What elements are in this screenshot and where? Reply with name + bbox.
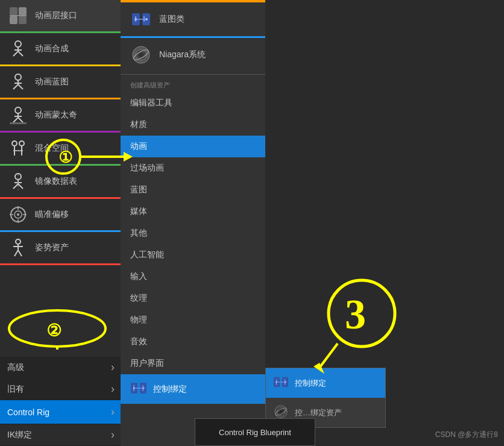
sub-control-bind-icon [273,374,289,392]
menu-label-ui: 用户界面 [130,358,164,368]
svg-point-22 [19,141,24,146]
watermark-text: CSDN @多方通行8 [435,430,498,439]
sidebar: 动画层接口 动画合成 动画蓝图 [0,0,121,446]
sidebar-label-anim-large: 动画蒙太奇 [35,110,77,121]
menu-label-ai: 人工智能 [130,250,164,259]
menu-column: 蓝图类 Niagara系统 创建高级资产 编辑器工具 材质 [121,0,265,446]
sidebar-label-advanced: 高级 [7,362,24,373]
menu-item-cutscene[interactable]: 过场动画 [121,157,265,179]
sidebar-label-mirror-data: 镜像数据表 [35,176,77,187]
svg-line-42 [14,250,18,256]
menu-item-niagara[interactable]: Niagara系统 [121,38,265,72]
sidebar-item-mirror-data[interactable]: 镜像数据表 [0,166,121,199]
menu-item-physics[interactable]: 物理 [121,309,265,331]
sidebar-label-aim-offset: 瞄准偏移 [35,209,69,220]
pose-asset-icon [7,237,29,259]
mix-space-icon [7,137,29,159]
svg-point-53 [139,52,143,57]
sidebar-item-anim-compose[interactable]: 动画合成 [0,33,121,66]
mirror-data-icon [7,171,29,192]
sidebar-label-ik: IK绑定 [7,430,32,441]
sidebar-item-control-rig[interactable]: Control Rig [0,400,121,424]
anim-large-icon [7,104,29,126]
svg-point-39 [16,239,20,244]
menu-item-texture[interactable]: 纹理 [121,287,265,309]
svg-rect-3 [19,16,27,24]
tooltip-text: Control Rig Blueprint [219,428,291,437]
svg-point-71 [279,410,283,413]
svg-point-61 [143,388,145,389]
anim-compose-icon [7,38,29,60]
menu-item-blueprint[interactable]: 蓝图 [121,179,265,201]
svg-point-5 [15,41,21,47]
menu-item-media[interactable]: 媒体 [121,201,265,222]
menu-item-audio[interactable]: 音效 [121,331,265,353]
aim-offset-icon [7,204,29,225]
svg-point-15 [15,107,21,113]
svg-line-13 [18,84,23,89]
svg-point-10 [15,74,21,80]
svg-rect-1 [19,7,27,15]
sidebar-item-anim-large[interactable]: 动画蒙太奇 [0,99,121,133]
menu-item-blueprint-class[interactable]: 蓝图类 [121,2,265,36]
sidebar-label-mix-space: 混合空间 [35,143,69,154]
sub-label-control-rig-bp: 控…绑定资产 [295,407,342,418]
menu-label-cutscene: 过场动画 [130,163,164,172]
svg-point-50 [145,18,148,20]
menu-item-ai[interactable]: 人工智能 [121,244,265,266]
menu-label-physics: 物理 [130,315,147,324]
anim-layer-icon [7,5,29,27]
menu-label-niagara: Niagara系统 [159,49,206,60]
menu-item-editor-tool[interactable]: 编辑器工具 [121,92,265,114]
menu-label-editor-tool: 编辑器工具 [130,98,172,107]
svg-line-28 [13,184,18,189]
svg-line-43 [18,250,22,256]
sidebar-label-legacy: 旧有 [7,384,24,395]
sidebar-label-anim-bp: 动画蓝图 [35,77,69,87]
menu-item-animation[interactable]: 动画 [121,136,265,157]
svg-line-29 [18,184,23,189]
sidebar-label-control-rig: Control Rig [7,407,49,417]
menu-label-audio: 音效 [130,336,147,346]
menu-label-texture: 纹理 [130,293,147,303]
svg-line-17 [13,118,18,122]
watermark: CSDN @多方通行8 [435,430,498,440]
svg-rect-20 [10,122,27,124]
menu-item-material[interactable]: 材质 [121,114,265,136]
menu-label-blueprint: 蓝图 [130,184,147,194]
svg-rect-2 [10,16,17,24]
menu-item-input[interactable]: 输入 [121,266,265,287]
svg-line-18 [18,118,23,122]
sidebar-item-legacy[interactable]: 旧有 [0,378,121,400]
menu-item-other[interactable]: 其他 [121,222,265,244]
menu-section-label: 创建高级资产 [121,77,265,92]
sub-item-control-bind[interactable]: 控制绑定 [266,368,385,398]
sidebar-item-anim-bp[interactable]: 动画蓝图 [0,66,121,99]
sidebar-item-mix-space[interactable]: 混合空间 [0,133,121,166]
sidebar-item-aim-offset[interactable]: 瞄准偏移 [0,199,121,232]
sidebar-item-advanced[interactable]: 高级 [0,357,121,378]
svg-point-68 [285,382,286,383]
svg-point-49 [134,18,137,20]
svg-point-34 [17,213,19,216]
svg-rect-0 [10,7,17,15]
blueprint-class-icon [130,8,152,30]
niagara-icon [130,44,152,66]
sidebar-label-pose-asset: 姿势资产 [35,242,69,253]
sidebar-label-anim-compose: 动画合成 [35,43,69,54]
menu-label-media: 媒体 [130,206,147,216]
svg-point-67 [276,382,277,383]
menu-item-ui[interactable]: 用户界面 [121,353,265,374]
menu-item-control-bind[interactable]: 控制绑定 [121,374,265,404]
svg-point-60 [133,388,135,389]
svg-line-7 [13,51,18,56]
tooltip: Control Rig Blueprint [195,418,315,446]
sidebar-item-ik[interactable]: IK绑定 [0,424,121,446]
menu-label-input: 输入 [130,271,147,281]
control-bind-icon [130,380,147,398]
sidebar-item-pose-asset[interactable]: 姿势资产 [0,232,121,265]
menu-label-other: 其他 [130,228,147,237]
sidebar-item-anim-layer[interactable]: 动画层接口 [0,0,121,33]
menu-separator-1 [121,74,265,75]
svg-point-21 [12,141,17,146]
